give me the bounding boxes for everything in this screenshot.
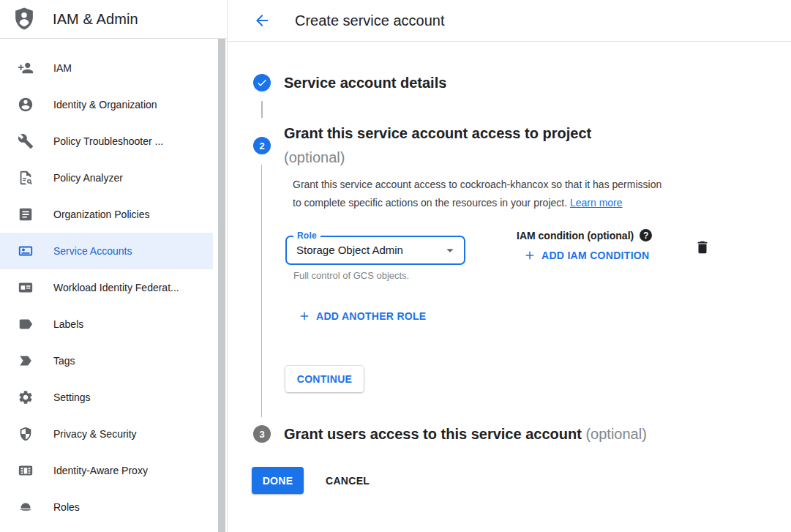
sidebar-item-settings[interactable]: Settings	[0, 379, 213, 416]
sidebar: IAM & Admin IAM Identity & Organization …	[0, 0, 228, 532]
dropdown-arrow-icon	[442, 242, 458, 258]
shield-half-icon	[18, 426, 34, 442]
iam-condition-row: IAM condition (optional) ?	[517, 229, 652, 241]
sidebar-item-label: Policy Analyzer	[53, 172, 123, 184]
sidebar-item-label: IAM	[53, 62, 72, 74]
service-account-icon	[18, 243, 34, 259]
sidebar-item-roles[interactable]: Roles	[0, 489, 213, 525]
page-header: Create service account	[228, 0, 791, 42]
sidebar-item-labels[interactable]: Labels	[0, 306, 213, 342]
plus-icon	[523, 249, 536, 262]
sidebar-item-policy-troubleshooter[interactable]: Policy Troubleshooter ...	[0, 123, 213, 160]
iam-admin-shield-icon	[13, 7, 35, 31]
wrench-icon	[18, 133, 34, 149]
sidebar-scrollbar[interactable]	[218, 39, 225, 532]
role-select[interactable]: Role Storage Object Admin	[285, 236, 465, 265]
role-selected-value: Storage Object Admin	[287, 237, 464, 263]
step2-number-badge: 2	[253, 137, 271, 154]
sidebar-item-iam[interactable]: IAM	[0, 50, 213, 86]
step3-optional-label: (optional)	[585, 426, 646, 442]
step1-row: Service account details	[253, 72, 446, 93]
iam-condition-label: IAM condition (optional)	[517, 230, 634, 241]
add-another-role-button[interactable]: ADD ANOTHER ROLE	[298, 310, 427, 323]
add-iam-condition-button[interactable]: ADD IAM CONDITION	[523, 249, 649, 262]
back-arrow-icon[interactable]	[253, 12, 271, 29]
step3-row: 3 Grant users access to this service acc…	[253, 424, 647, 444]
done-button[interactable]: DONE	[252, 467, 304, 494]
gear-icon	[18, 389, 34, 405]
plus-icon	[298, 310, 311, 323]
sidebar-item-workload-identity-federat[interactable]: Workload Identity Federat...	[0, 269, 213, 306]
learn-more-link[interactable]: Learn more	[570, 197, 623, 209]
sidebar-item-identity-organization[interactable]: Identity & Organization	[0, 86, 213, 123]
person-add-icon	[18, 60, 34, 76]
sidebar-item-service-accounts[interactable]: Service Accounts	[0, 233, 213, 269]
sidebar-item-label: Roles	[53, 501, 80, 513]
sidebar-item-identity-aware-proxy[interactable]: Identity-Aware Proxy	[0, 452, 213, 489]
label-important-icon	[18, 353, 34, 369]
step1-title: Service account details	[284, 75, 446, 91]
sidebar-item-label: Organization Policies	[53, 209, 150, 220]
sidebar-item-label: Service Accounts	[53, 245, 132, 257]
doc-search-icon	[18, 170, 34, 186]
delete-role-button[interactable]	[694, 239, 711, 255]
sidebar-item-policy-analyzer[interactable]: Policy Analyzer	[0, 160, 213, 196]
sidebar-item-label: Privacy & Security	[53, 428, 137, 440]
step-connector-line	[261, 165, 262, 417]
cancel-button[interactable]: CANCEL	[326, 467, 370, 494]
step2-title: Grant this service account access to pro…	[284, 121, 591, 170]
step2-optional-label: (optional)	[284, 146, 591, 170]
hat-icon	[18, 499, 34, 515]
sidebar-item-label: Identity-Aware Proxy	[53, 465, 148, 476]
sidebar-item-label: Identity & Organization	[53, 99, 157, 110]
help-icon[interactable]: ?	[640, 229, 652, 241]
sidebar-item-label: Labels	[53, 318, 83, 330]
sidebar-header: IAM & Admin	[0, 0, 227, 39]
role-helper-text: Full control of GCS objects.	[293, 270, 409, 281]
sidebar-item-label: Policy Troubleshooter ...	[53, 135, 163, 147]
doc-list-icon	[18, 206, 34, 222]
step3-number-badge: 3	[253, 425, 271, 443]
account-circle-icon	[18, 97, 34, 113]
step3-title: Grant users access to this service accou…	[284, 426, 647, 443]
step2-description: Grant this service account access to coc…	[293, 176, 739, 212]
id-card-icon	[18, 280, 34, 296]
sidebar-item-label: Workload Identity Federat...	[53, 282, 179, 293]
step2-row: 2 Grant this service account access to p…	[253, 121, 591, 170]
sidebar-item-tags[interactable]: Tags	[0, 342, 213, 379]
role-field-label: Role	[293, 231, 320, 241]
step1-check-icon	[253, 74, 271, 91]
sidebar-nav: IAM Identity & Organization Policy Troub…	[0, 39, 227, 525]
security-grid-icon	[18, 462, 34, 479]
main-content: Service account details 2 Grant this ser…	[228, 42, 791, 532]
sidebar-item-label: Tags	[53, 355, 75, 367]
continue-button[interactable]: CONTINUE	[285, 366, 364, 392]
step-connector	[261, 101, 263, 118]
sidebar-title: IAM & Admin	[53, 11, 138, 28]
sidebar-item-label: Settings	[53, 391, 91, 403]
sidebar-item-organization-policies[interactable]: Organization Policies	[0, 196, 213, 233]
label-icon	[18, 316, 34, 332]
sidebar-item-privacy-security[interactable]: Privacy & Security	[0, 416, 213, 452]
page-title: Create service account	[295, 12, 445, 29]
